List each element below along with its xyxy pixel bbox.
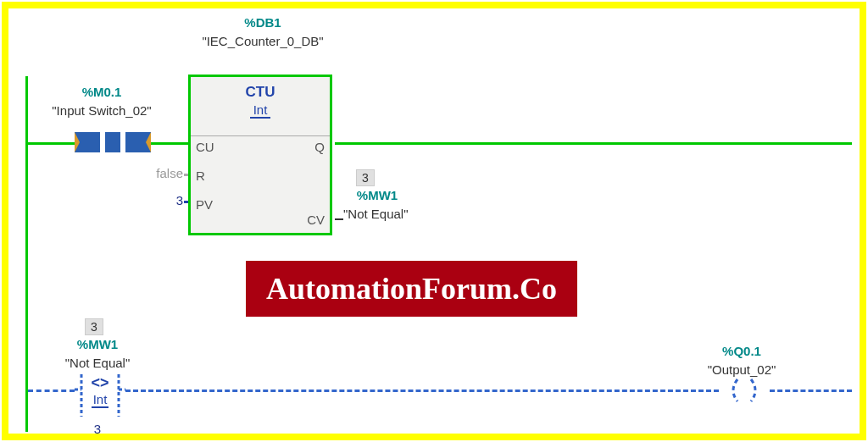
wire-contact-to-ctu — [151, 142, 188, 145]
compare-data-type: Int — [92, 392, 109, 408]
ladder-canvas: %M0.1 "Input Switch_02" %DB1 "IEC_Counte… — [8, 8, 860, 434]
svg-rect-0 — [75, 132, 151, 152]
wire-rail-to-contact — [28, 142, 75, 145]
wire-rail-to-compare — [28, 390, 75, 392]
svg-rect-1 — [100, 130, 105, 155]
ctu-cv-name: "Not Equal" — [343, 207, 445, 221]
output-coil[interactable] — [719, 378, 770, 403]
input-address-label: %M0.1 — [42, 85, 161, 99]
normally-open-contact[interactable] — [75, 130, 151, 155]
ctu-cv-address: %MW1 — [343, 188, 411, 202]
ctu-pv-value: 3 — [153, 193, 183, 207]
ctu-header: CTU Int — [191, 77, 330, 136]
ctu-pin-pv: PV — [196, 197, 213, 212]
wire-coil-to-right — [770, 390, 852, 392]
ctu-db-name: "IEC_Counter_0_DB" — [195, 34, 331, 48]
ctu-r-value: false — [136, 166, 183, 180]
output-address: %Q0.1 — [699, 344, 784, 358]
ctu-pin-cv: CV — [307, 213, 325, 227]
ctu-cv-value-box: 3 — [356, 169, 375, 186]
compare-operand2: 3 — [85, 422, 110, 436]
watermark-banner: AutomationForum.Co — [246, 261, 577, 317]
svg-rect-2 — [120, 130, 125, 155]
ctu-counter-block[interactable]: CTU Int CU R PV Q CV — [188, 75, 332, 235]
compare-value-box: 3 — [85, 318, 103, 335]
input-name-label: "Input Switch_02" — [25, 103, 178, 118]
ctu-pin-r: R — [196, 169, 205, 183]
wire-cv-stub — [335, 218, 343, 220]
ctu-db-address: %DB1 — [203, 15, 322, 30]
wire-compare-to-coil — [125, 390, 719, 392]
wire-r-stub — [184, 174, 188, 176]
ctu-pin-cu: CU — [196, 140, 214, 154]
ctu-data-type: Int — [250, 102, 271, 119]
wire-pv-stub — [184, 201, 188, 203]
power-rail-left — [25, 76, 28, 432]
output-name: "Output_02" — [687, 362, 797, 377]
compare-operator: <> — [75, 374, 125, 392]
compare-address: %MW1 — [55, 337, 140, 351]
ctu-pin-q: Q — [314, 140, 325, 154]
ctu-block-type: CTU — [191, 84, 330, 101]
compare-name: "Not Equal" — [47, 356, 148, 370]
wire-q-output — [335, 142, 852, 145]
